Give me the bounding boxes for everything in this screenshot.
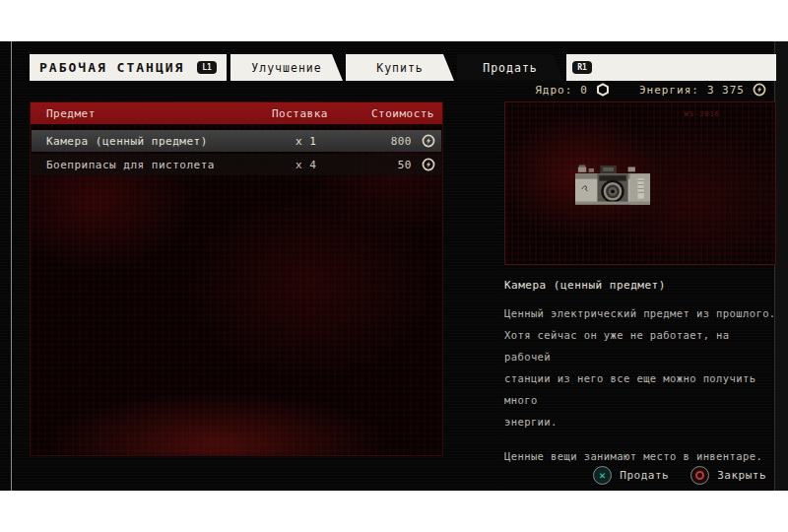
cross-button-icon: ✕ bbox=[593, 466, 612, 485]
sell-button[interactable]: ✕ Продать bbox=[593, 466, 669, 485]
column-header-cost: Стоимость bbox=[346, 107, 434, 120]
page: РАБОЧАЯ СТАНЦИЯ L1 Улучшение Купить Прод… bbox=[0, 0, 788, 532]
item-supply: x 1 bbox=[296, 135, 364, 148]
tab-upgrade[interactable]: Улучшение bbox=[230, 54, 343, 81]
header-bar: РАБОЧАЯ СТАНЦИЯ L1 Улучшение Купить Прод… bbox=[0, 54, 788, 81]
item-cost: 800 bbox=[364, 135, 412, 148]
energy-icon bbox=[753, 83, 766, 97]
table-rows: Камера (ценный предмет) x 1 800 Боеприпа… bbox=[31, 130, 442, 175]
page-title-block: РАБОЧАЯ СТАНЦИЯ L1 bbox=[30, 54, 227, 81]
header-right-segment: R1 bbox=[566, 54, 776, 81]
camera-image bbox=[574, 164, 651, 207]
description-line: станции из него все еще можно получить м… bbox=[504, 367, 776, 411]
energy-label: Энергия: bbox=[639, 84, 699, 97]
item-image-box: WS-2016 bbox=[504, 101, 776, 265]
tab-buy[interactable]: Купить bbox=[346, 54, 454, 81]
tab-sell[interactable]: Продать bbox=[457, 54, 563, 81]
energy-value: 3 375 bbox=[707, 84, 745, 97]
l1-button-icon: L1 bbox=[197, 61, 217, 74]
table-header-row: Предмет Поставка Стоимость bbox=[31, 102, 442, 124]
watermark-text: WS-2016 bbox=[684, 110, 720, 118]
close-button-label: Закрыть bbox=[717, 469, 766, 482]
core-value: 0 bbox=[580, 84, 588, 97]
cost-energy-icon bbox=[422, 158, 435, 171]
sell-items-panel: Предмет Поставка Стоимость Камера (ценны… bbox=[30, 101, 443, 456]
item-name: Боеприпасы для пистолета bbox=[46, 159, 296, 171]
item-detail-panel: WS-2016 bbox=[504, 101, 776, 467]
table-row-pistol-ammo[interactable]: Боеприпасы для пистолета x 4 50 bbox=[32, 154, 441, 175]
game-screen: РАБОЧАЯ СТАНЦИЯ L1 Улучшение Купить Прод… bbox=[0, 41, 788, 491]
item-detail-title: Камера (ценный предмет) bbox=[504, 279, 776, 292]
footer-button-hints: ✕ Продать Закрыть bbox=[593, 466, 766, 485]
circle-glyph bbox=[695, 471, 704, 480]
screen-left-edge bbox=[11, 41, 12, 491]
resources-bar: Ядро: 0 Энергия: 3 375 bbox=[535, 83, 766, 97]
item-cost: 50 bbox=[364, 159, 412, 171]
core-hexagon-icon bbox=[596, 83, 610, 97]
table-row-camera[interactable]: Камера (ценный предмет) x 1 800 bbox=[32, 130, 441, 152]
sell-button-label: Продать bbox=[620, 469, 669, 482]
core-label: Ядро: bbox=[535, 84, 572, 97]
cross-glyph: ✕ bbox=[599, 470, 606, 481]
description-line: энергии. bbox=[504, 411, 776, 432]
item-name: Камера (ценный предмет) bbox=[46, 135, 296, 148]
screen-right-band bbox=[775, 41, 788, 491]
item-supply: x 4 bbox=[296, 159, 364, 171]
r1-button-icon: R1 bbox=[572, 61, 592, 74]
column-header-supply: Поставка bbox=[272, 107, 346, 120]
circle-button-icon bbox=[690, 466, 709, 485]
close-button[interactable]: Закрыть bbox=[690, 466, 766, 485]
page-title: РАБОЧАЯ СТАНЦИЯ bbox=[39, 60, 184, 75]
item-description: Ценный электрический предмет из прошлого… bbox=[504, 302, 776, 432]
item-note: Ценные вещи занимают место в инвентаре. bbox=[504, 445, 776, 467]
column-header-item: Предмет bbox=[46, 107, 272, 120]
cost-energy-icon bbox=[422, 134, 435, 148]
description-line: Ценный электрический предмет из прошлого… bbox=[504, 302, 776, 324]
description-line: Хотя сейчас он уже не работает, на рабоч… bbox=[504, 324, 776, 367]
